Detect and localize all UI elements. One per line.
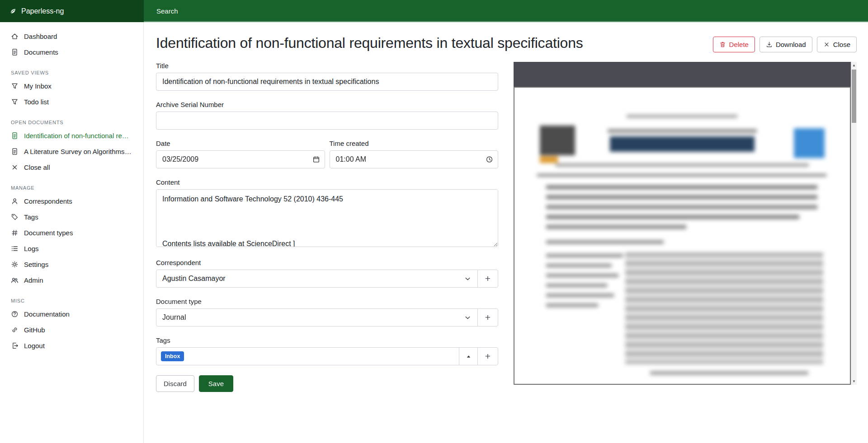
date-input[interactable] (156, 150, 325, 168)
scroll-down-arrow[interactable]: ▼ (851, 378, 857, 385)
document-detail-body: Title Archive Serial Number Date (156, 62, 857, 392)
document-actions: Delete Download Close (713, 37, 857, 52)
add-correspondent-button[interactable]: + (477, 270, 498, 288)
sidebar-item-tags[interactable]: Tags (0, 209, 143, 225)
pdf-page-blurred-content (514, 88, 850, 384)
sidebar-item-documentation[interactable]: Documentation (0, 306, 143, 322)
correspondent-selected-value: Agustin Casamayor (162, 275, 226, 283)
scroll-up-arrow[interactable]: ▲ (851, 62, 857, 69)
sidebar-item-label: Tags (24, 213, 38, 221)
sidebar-open-document-2[interactable]: A Literature Survey on Algorithms for Mu… (0, 144, 143, 159)
correspondent-field-group: Correspondent Agustin Casamayor + (156, 259, 498, 288)
document-type-selected-value: Journal (162, 313, 186, 322)
blurred-logo-accent (540, 156, 558, 163)
search-input[interactable] (156, 7, 446, 15)
content-textarea[interactable]: Information and Software Technology 52 (… (156, 189, 498, 247)
document-type-input-group: Journal + (156, 308, 498, 326)
sidebar-item-label: Documents (24, 48, 58, 56)
blurred-publisher-logo (540, 126, 575, 155)
logout-icon (11, 342, 19, 350)
correspondent-label: Correspondent (156, 259, 498, 266)
open-document-label: A Literature Survey on Algorithms for Mu… (24, 148, 132, 155)
blurred-text-line (608, 129, 757, 133)
sidebar-item-my-inbox[interactable]: My Inbox (0, 78, 143, 94)
title-input[interactable] (156, 73, 498, 91)
sidebar-item-label: Logs (24, 245, 39, 252)
blurred-text-line (546, 205, 817, 209)
blurred-text-line (546, 225, 686, 229)
time-input-wrap (330, 150, 499, 168)
sidebar-item-label: Admin (24, 276, 43, 284)
tag-icon (11, 213, 19, 221)
save-button[interactable]: Save (199, 375, 233, 392)
discard-button[interactable]: Discard (156, 375, 194, 392)
date-label: Date (156, 140, 325, 147)
open-document-label: Identification of non-functional require… (24, 132, 132, 140)
funnel-icon (11, 82, 19, 90)
date-input-wrap (156, 150, 325, 168)
add-tag-button[interactable]: + (477, 347, 498, 365)
sidebar-item-github[interactable]: GitHub (0, 322, 143, 338)
tag-badge-inbox[interactable]: Inbox (161, 351, 184, 361)
tags-select[interactable]: Inbox (156, 347, 459, 365)
sidebar-item-label: GitHub (24, 326, 45, 334)
document-type-label: Document type (156, 298, 498, 305)
sidebar-section-manage: MANAGE (0, 185, 143, 191)
asn-input[interactable] (156, 112, 498, 130)
page-title: Identification of non-functional require… (156, 33, 583, 53)
pdf-scrollbar-thumb[interactable] (852, 70, 856, 123)
sidebar-item-logs[interactable]: Logs (0, 241, 143, 256)
sidebar-item-admin[interactable]: Admin (0, 272, 143, 288)
sidebar-item-documents[interactable]: Documents (0, 44, 143, 60)
close-icon (823, 41, 830, 48)
navbar-search-area (144, 0, 868, 22)
blurred-text-line (546, 215, 799, 219)
add-document-type-button[interactable]: + (477, 308, 498, 326)
document-edit-form: Title Archive Serial Number Date (156, 62, 498, 392)
correspondent-select[interactable]: Agustin Casamayor (156, 270, 478, 288)
sidebar-item-correspondents[interactable]: Correspondents (0, 193, 143, 209)
sidebar-item-logout[interactable]: Logout (0, 338, 143, 354)
sidebar-item-dashboard[interactable]: Dashboard (0, 28, 143, 44)
sidebar-item-settings[interactable]: Settings (0, 256, 143, 272)
title-label: Title (156, 62, 498, 70)
asn-label: Archive Serial Number (156, 101, 498, 108)
app-brand[interactable]: Paperless-ng (0, 0, 144, 22)
tags-dropdown-toggle-button[interactable] (459, 347, 478, 365)
clock-icon[interactable] (486, 156, 493, 163)
document-type-select[interactable]: Journal (156, 308, 478, 326)
app-brand-label: Paperless-ng (21, 7, 64, 15)
blurred-text-line (650, 371, 808, 375)
blurred-text-line (546, 284, 607, 287)
download-button[interactable]: Download (760, 37, 812, 52)
time-created-label: Time created (330, 140, 499, 147)
time-created-input[interactable] (330, 150, 499, 168)
blurred-text-line (546, 195, 817, 199)
blurred-text-line (546, 303, 598, 307)
sidebar-item-label: My Inbox (24, 82, 52, 90)
caret-up-icon (465, 353, 472, 360)
document-header: Identification of non-functional require… (156, 33, 857, 53)
blurred-text-line (546, 240, 664, 244)
blurred-text-line (546, 294, 614, 297)
sidebar-item-close-all[interactable]: Close all (0, 159, 143, 175)
file-icon (11, 148, 19, 155)
sidebar-open-document-1[interactable]: Identification of non-functional require… (0, 128, 143, 144)
sidebar-item-label: Document types (24, 229, 73, 237)
question-circle-icon (11, 310, 19, 318)
leaf-logo-icon (9, 7, 17, 15)
sidebar-section-saved-views: SAVED VIEWS (0, 70, 143, 75)
close-button[interactable]: Close (817, 37, 857, 52)
download-icon (766, 41, 773, 48)
correspondent-input-group: Agustin Casamayor + (156, 270, 498, 288)
content-field-group: Content Information and Software Technol… (156, 178, 498, 249)
sidebar-item-document-types[interactable]: Document types (0, 225, 143, 241)
sidebar-item-todo-list[interactable]: Todo list (0, 94, 143, 110)
calendar-icon[interactable] (312, 156, 320, 163)
close-icon (11, 163, 19, 171)
pdf-preview-column: ▲ ▼ (514, 62, 857, 385)
sidebar-item-label: Correspondents (24, 197, 72, 205)
delete-button[interactable]: Delete (713, 37, 755, 52)
pdf-scrollbar[interactable]: ▲ ▼ (851, 62, 857, 385)
pdf-viewer-toolbar[interactable] (514, 62, 851, 87)
